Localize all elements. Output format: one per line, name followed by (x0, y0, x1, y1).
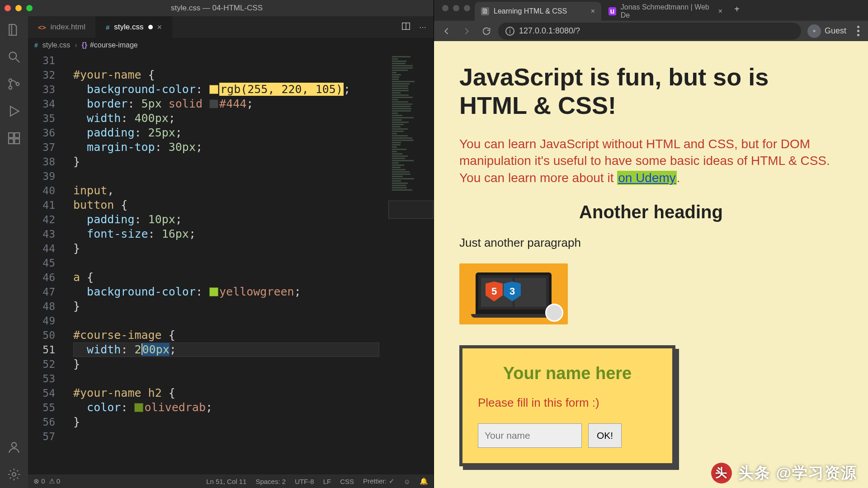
svg-point-2 (9, 86, 12, 89)
search-icon[interactable] (7, 50, 21, 64)
editor-tabs: <> index.html # style.css × ⋯ (28, 16, 434, 38)
your-name-form: Your name here Please fill in this form … (459, 345, 675, 466)
explorer-icon[interactable] (7, 23, 21, 37)
close-tab-icon[interactable]: × (718, 7, 722, 15)
udemy-link[interactable]: on Udemy (617, 171, 677, 185)
favicon-icon: 🗎 (481, 7, 489, 15)
chevron-right-icon: › (75, 41, 77, 49)
settings-gear-icon[interactable] (7, 467, 21, 482)
url-text: 127.0.0.1:8080/? (519, 26, 580, 36)
line-number-gutter: 3132333435363738394041424344454647484950… (28, 53, 69, 444)
minimap-viewport[interactable] (388, 201, 434, 219)
watermark-logo-icon: 头 (711, 463, 732, 483)
css-file-icon: # (106, 23, 109, 31)
breadcrumb-file[interactable]: style.css (42, 41, 70, 49)
ok-button[interactable]: OK! (588, 423, 622, 448)
more-actions-icon[interactable]: ⋯ (419, 23, 426, 32)
svg-point-1 (9, 79, 12, 82)
watermark: 头 头条 @学习资源 (711, 463, 857, 483)
instructor-avatar (545, 304, 563, 322)
prettier-status[interactable]: Prettier: ✓ (363, 477, 395, 485)
tab-index-html[interactable]: <> index.html (28, 16, 96, 38)
split-editor-icon[interactable] (401, 21, 411, 33)
svg-rect-5 (14, 133, 19, 138)
intro-paragraph: You can learn JavaScript without HTML an… (459, 136, 843, 187)
reload-button[interactable] (478, 23, 495, 39)
modified-indicator-icon (148, 25, 153, 29)
activity-bar (0, 16, 28, 488)
avatar-icon: ◦ (807, 24, 821, 38)
course-image: 5 3 (459, 263, 568, 324)
warnings-count[interactable]: ⚠ 0 (49, 477, 61, 485)
feedback-icon[interactable]: ☺ (404, 478, 410, 485)
svg-point-0 (9, 52, 16, 59)
browser-tabstrip: 🗎 Learning HTML & CSS × u Jonas Schmedtm… (434, 0, 868, 21)
notifications-icon[interactable]: 🔔 (420, 477, 428, 485)
tab-style-css[interactable]: # style.css × (96, 16, 172, 38)
vscode-titlebar: style.css — 04-HTML-CSS (0, 0, 434, 16)
language-mode[interactable]: CSS (340, 478, 354, 485)
code-content[interactable]: #your-name { background-color: rgb(255, … (73, 52, 350, 444)
new-tab-button[interactable]: + (730, 2, 744, 16)
html5-shield-icon: 5 (486, 282, 503, 301)
eol[interactable]: LF (323, 478, 331, 485)
tab-title: Jonas Schmedtmann | Web De (621, 3, 714, 19)
svg-rect-6 (9, 139, 14, 144)
close-tab-icon[interactable]: × (591, 7, 595, 15)
name-input[interactable] (478, 423, 582, 448)
errors-count[interactable]: ⊗ 0 (33, 477, 45, 485)
indentation[interactable]: Spaces: 2 (255, 478, 286, 485)
breadcrumb-selector[interactable]: {}#course-image (81, 41, 137, 49)
source-control-icon[interactable] (7, 77, 21, 91)
browser-toolbar: i 127.0.0.1:8080/? ◦ Guest (434, 21, 868, 42)
form-title: Your name here (478, 364, 657, 383)
minimap[interactable] (388, 52, 434, 474)
breadcrumbs[interactable]: # style.css › {}#course-image (28, 38, 434, 52)
page-heading-1: JavaScript is fun, but so is HTML & CSS! (459, 63, 843, 119)
html-file-icon: <> (38, 23, 46, 31)
svg-point-8 (12, 442, 17, 447)
address-bar[interactable]: i 127.0.0.1:8080/? (498, 23, 801, 40)
svg-point-9 (12, 473, 16, 476)
svg-rect-4 (9, 133, 14, 138)
site-info-icon[interactable]: i (505, 27, 514, 36)
status-bar: ⊗ 0 ⚠ 0 Ln 51, Col 11 Spaces: 2 UTF-8 LF… (28, 474, 434, 488)
chrome-window: 🗎 Learning HTML & CSS × u Jonas Schmedtm… (434, 0, 868, 488)
paragraph: Just another paragraph (459, 236, 843, 250)
code-editor[interactable]: 3132333435363738394041424344454647484950… (28, 52, 434, 474)
vscode-window: style.css — 04-HTML-CSS <> index.html # (0, 0, 434, 488)
css-file-icon: # (34, 42, 38, 49)
browser-tab-inactive[interactable]: u Jonas Schmedtmann | Web De × (602, 2, 729, 21)
rendered-page: JavaScript is fun, but so is HTML & CSS!… (434, 41, 868, 488)
profile-button[interactable]: ◦ Guest (805, 24, 849, 38)
window-controls-inactive[interactable] (438, 5, 475, 16)
chrome-menu-button[interactable] (853, 26, 863, 36)
back-button[interactable] (439, 23, 455, 39)
tab-title: Learning HTML & CSS (494, 7, 567, 15)
encoding[interactable]: UTF-8 (295, 478, 314, 485)
cursor-position[interactable]: Ln 51, Col 11 (206, 478, 246, 485)
account-icon[interactable] (7, 440, 21, 455)
css3-shield-icon: 3 (504, 282, 521, 301)
run-debug-icon[interactable] (7, 104, 21, 118)
tab-label: style.css (114, 23, 143, 32)
close-tab-icon[interactable]: × (157, 23, 162, 32)
favicon-icon: u (609, 7, 616, 15)
forward-button[interactable] (458, 23, 475, 39)
tab-label: index.html (51, 23, 85, 32)
form-hint: Please fill in this form :) (478, 396, 657, 410)
window-title: style.css — 04-HTML-CSS (0, 4, 434, 13)
extensions-icon[interactable] (7, 131, 21, 145)
page-heading-2: Another heading (459, 202, 843, 222)
svg-rect-7 (14, 139, 19, 144)
browser-tab-active[interactable]: 🗎 Learning HTML & CSS × (475, 2, 601, 21)
